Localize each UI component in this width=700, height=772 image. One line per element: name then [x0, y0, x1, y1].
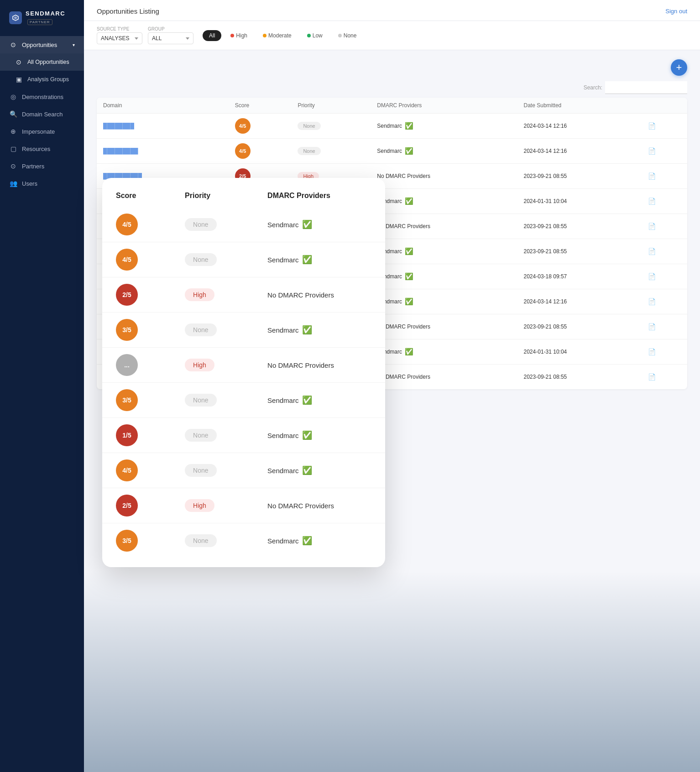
- fc-provider-cell: Sendmarc ✅: [254, 418, 385, 453]
- sidebar-item-demonstrations[interactable]: ◎ Demonstrations: [0, 88, 84, 105]
- fc-table-row[interactable]: ... High No DMARC Providers: [102, 348, 385, 383]
- sidebar-item-analysis-groups[interactable]: ▣ Analysis Groups: [0, 71, 84, 88]
- search-row: Search:: [97, 81, 687, 94]
- filter-tab-high[interactable]: High: [224, 30, 254, 41]
- add-button[interactable]: +: [671, 59, 687, 76]
- fc-priority-badge: High: [185, 499, 214, 512]
- filter-tab-moderate[interactable]: Moderate: [256, 30, 298, 41]
- sidebar-item-label: Demonstrations: [22, 94, 63, 100]
- document-icon[interactable]: 📄: [648, 348, 656, 355]
- check-icon: ✅: [405, 272, 413, 281]
- sidebar: SENDMARC PARTNER ⊙ Opportunities ▾ ⊙ All…: [0, 0, 84, 772]
- fc-priority-cell: None: [171, 207, 254, 242]
- opportunities-icon: ⊙: [9, 41, 17, 49]
- fc-table-row[interactable]: 4/5 None Sendmarc ✅: [102, 242, 385, 277]
- high-dot: [230, 34, 234, 37]
- fc-table-row[interactable]: 3/5 None Sendmarc ✅: [102, 523, 385, 558]
- col-dmarc: DMARC Providers: [371, 98, 517, 114]
- provider-cell: Sendmarc ✅: [371, 339, 517, 365]
- sidebar-item-label: Partners: [22, 163, 44, 170]
- fc-provider-row: Sendmarc ✅: [267, 325, 371, 335]
- table-row[interactable]: ████████ 4/5 None Sendmarc ✅ 2024-03-14 …: [97, 114, 687, 139]
- fc-provider-cell: Sendmarc ✅: [254, 242, 385, 277]
- fc-provider-cell: No DMARC Providers: [254, 488, 385, 523]
- check-icon: ✅: [405, 147, 413, 155]
- doc-cell: 📄: [642, 164, 687, 189]
- sidebar-item-opportunities[interactable]: ⊙ Opportunities ▾: [0, 36, 84, 53]
- sidebar-item-domain-search[interactable]: 🔍 Domain Search: [0, 105, 84, 123]
- background-shadow: [84, 571, 700, 772]
- filter-tabs: All High Moderate Low None: [203, 30, 363, 41]
- fc-score-cell: 1/5: [102, 418, 171, 453]
- fc-priority-cell: High: [171, 277, 254, 313]
- sidebar-item-all-opportunities[interactable]: ⊙ All Opportunities: [0, 53, 84, 71]
- document-icon[interactable]: 📄: [648, 198, 656, 205]
- table-row[interactable]: █████████ 4/5 None Sendmarc ✅ 2024-03-14…: [97, 139, 687, 164]
- fc-table-row[interactable]: 2/5 High No DMARC Providers: [102, 488, 385, 523]
- sidebar-item-label: Users: [22, 180, 37, 187]
- fc-score-cell: ...: [102, 348, 171, 383]
- date-cell: 2024-01-31 10:04: [517, 339, 642, 365]
- document-icon[interactable]: 📄: [648, 172, 656, 180]
- search-input[interactable]: [605, 81, 687, 94]
- partners-icon: ⊙: [9, 162, 17, 170]
- doc-cell: 📄: [642, 289, 687, 314]
- sign-out-button[interactable]: Sign out: [665, 8, 687, 15]
- document-icon[interactable]: 📄: [648, 147, 656, 155]
- date-cell: 2023-09-21 08:55: [517, 214, 642, 239]
- sidebar-item-label: All Opportunities: [27, 59, 69, 65]
- fc-table-row[interactable]: 4/5 None Sendmarc ✅: [102, 453, 385, 488]
- fc-score-cell: 4/5: [102, 207, 171, 242]
- fc-provider-name: Sendmarc: [267, 396, 298, 404]
- document-icon[interactable]: 📄: [648, 298, 656, 305]
- fc-table-row[interactable]: 1/5 None Sendmarc ✅: [102, 418, 385, 453]
- provider-row: Sendmarc ✅: [377, 197, 511, 205]
- source-type-select[interactable]: ANALYSES: [97, 32, 142, 44]
- fc-provider-cell: Sendmarc ✅: [254, 523, 385, 558]
- fc-priority-badge: High: [185, 359, 214, 371]
- fc-provider-row: Sendmarc ✅: [267, 430, 371, 440]
- fc-table-row[interactable]: 3/5 None Sendmarc ✅: [102, 313, 385, 348]
- provider-row: Sendmarc ✅: [377, 122, 511, 130]
- document-icon[interactable]: 📄: [648, 248, 656, 255]
- provider-name: Sendmarc: [377, 148, 402, 154]
- provider-cell: Sendmarc ✅: [371, 289, 517, 314]
- date-cell: 2023-09-21 08:55: [517, 239, 642, 264]
- group-select[interactable]: ALL: [148, 32, 193, 44]
- filter-tab-all[interactable]: All: [203, 30, 221, 41]
- sidebar-item-resources[interactable]: ▢ Resources: [0, 140, 84, 157]
- sidebar-item-partners[interactable]: ⊙ Partners: [0, 157, 84, 175]
- sidebar-item-impersonate[interactable]: ⊕ Impersonate: [0, 123, 84, 140]
- fc-provider-cell: Sendmarc ✅: [254, 383, 385, 418]
- sidebar-item-users[interactable]: 👥 Users: [0, 175, 84, 192]
- document-icon[interactable]: 📄: [648, 273, 656, 280]
- fc-score-badge: 2/5: [116, 284, 138, 306]
- fc-check-icon: ✅: [302, 465, 312, 475]
- provider-cell: Sendmarc ✅: [371, 189, 517, 214]
- fc-provider-name: No DMARC Providers: [267, 291, 334, 299]
- group-filter: Group ALL: [148, 26, 193, 44]
- fc-priority-cell: None: [171, 453, 254, 488]
- document-icon[interactable]: 📄: [648, 223, 656, 230]
- moderate-dot: [263, 34, 266, 37]
- fc-table-row[interactable]: 4/5 None Sendmarc ✅: [102, 207, 385, 242]
- document-icon[interactable]: 📄: [648, 323, 656, 330]
- doc-cell: 📄: [642, 264, 687, 289]
- fc-provider-row: Sendmarc ✅: [267, 255, 371, 265]
- filter-tab-none[interactable]: None: [332, 30, 363, 41]
- fc-priority-badge: None: [185, 534, 216, 547]
- check-icon: ✅: [405, 297, 413, 306]
- document-icon[interactable]: 📄: [648, 373, 656, 381]
- priority-badge: None: [298, 147, 320, 155]
- fc-priority-cell: None: [171, 418, 254, 453]
- fc-table-row[interactable]: 2/5 High No DMARC Providers: [102, 277, 385, 313]
- document-icon[interactable]: 📄: [648, 122, 656, 130]
- users-icon: 👥: [9, 179, 17, 188]
- search-label: Search:: [584, 81, 602, 94]
- fc-priority-badge: None: [185, 218, 216, 231]
- doc-cell: 📄: [642, 139, 687, 164]
- date-cell: 2023-09-21 08:55: [517, 314, 642, 339]
- fc-table-row[interactable]: 3/5 None Sendmarc ✅: [102, 383, 385, 418]
- filter-tab-low[interactable]: Low: [301, 30, 329, 41]
- source-type-filter: Source Type ANALYSES: [97, 26, 142, 44]
